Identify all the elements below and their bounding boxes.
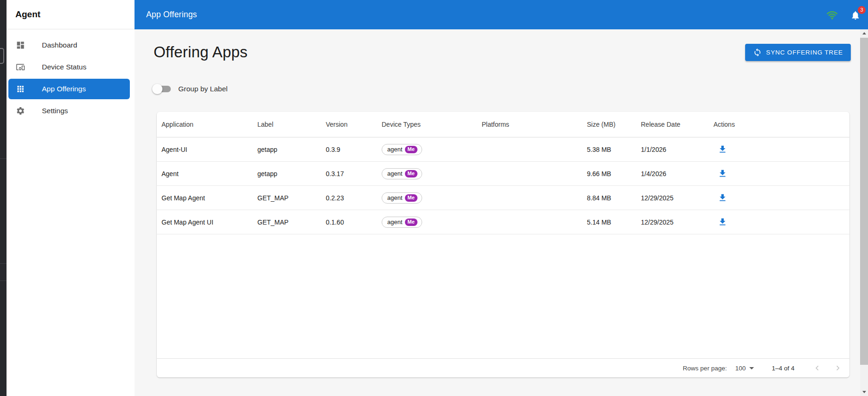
download-icon [718, 169, 727, 178]
page-title: Offering Apps [154, 43, 248, 61]
chevron-left-icon [813, 363, 822, 373]
cell-application: Agent-UI [161, 146, 257, 153]
chevron-right-icon [833, 363, 842, 373]
device-type-chip: agentMe [382, 217, 422, 228]
cell-actions [713, 166, 849, 182]
dashboard-icon [16, 41, 25, 50]
cell-size: 8.84 MB [587, 194, 641, 202]
scrollbar-up-arrow[interactable] [860, 29, 868, 37]
cell-label: getapp [257, 146, 326, 153]
device-type-name: agent [387, 170, 403, 177]
app-title: Agent [15, 9, 40, 20]
me-badge: Me [405, 146, 417, 153]
column-header-actions: Actions [713, 121, 849, 128]
sidebar-header: Agent [7, 0, 135, 29]
table-empty-area [157, 234, 849, 358]
column-header-label: Label [257, 121, 326, 128]
cell-label: GET_MAP [257, 194, 326, 202]
group-by-label-text: Group by Label [178, 85, 228, 93]
wifi-status-icon [826, 9, 838, 21]
appbar: App Offerings 3 [135, 0, 868, 29]
pagination-bar: Rows per page: 100 1–4 of 4 [157, 358, 849, 377]
sidebar-item-app-offerings[interactable]: App Offerings [8, 79, 130, 99]
cell-version: 0.2.23 [326, 194, 382, 202]
browser-side-strip [0, 0, 7, 396]
sidebar-item-label: Dashboard [42, 41, 77, 49]
cell-actions [713, 142, 849, 157]
rows-per-page-select[interactable]: 100 [735, 365, 754, 372]
cell-version: 0.3.17 [326, 170, 382, 178]
rows-per-page-label: Rows per page: [683, 365, 727, 372]
download-button[interactable] [714, 166, 730, 182]
sync-offering-tree-button[interactable]: SYNC OFFERING TREE [745, 44, 851, 61]
vertical-scrollbar[interactable] [860, 29, 868, 396]
column-header-platforms: Platforms [482, 121, 587, 128]
cell-size: 5.38 MB [587, 146, 641, 153]
column-header-size: Size (MB) [587, 121, 641, 128]
next-page-button[interactable] [831, 361, 845, 375]
cell-actions [713, 190, 849, 206]
table-header-row: Application Label Version Device Types P… [157, 112, 849, 137]
pagination-range: 1–4 of 4 [772, 365, 794, 372]
table-row: Agent getapp 0.3.17 agentMe 9.66 MB 1/4/… [157, 162, 849, 186]
previous-page-button[interactable] [810, 361, 824, 375]
scrollbar-thumb[interactable] [860, 38, 868, 365]
table-row: Agent-UI getapp 0.3.9 agentMe 5.38 MB 1/… [157, 137, 849, 162]
sync-button-label: SYNC OFFERING TREE [766, 49, 843, 56]
table-body: Agent-UI getapp 0.3.9 agentMe 5.38 MB 1/… [157, 137, 849, 234]
appbar-title: App Offerings [146, 10, 197, 20]
me-badge: Me [405, 170, 417, 178]
sidebar-item-device-status[interactable]: Device Status [8, 57, 130, 77]
cell-release-date: 1/1/2026 [641, 146, 713, 153]
sidebar-nav: Dashboard Device Status App Offerings Se… [7, 29, 135, 121]
table-row: Get Map Agent GET_MAP 0.2.23 agentMe 8.8… [157, 186, 849, 210]
cell-version: 0.3.9 [326, 146, 382, 153]
cell-size: 5.14 MB [587, 218, 641, 226]
device-type-chip: agentMe [382, 144, 422, 155]
sidebar-item-label: Device Status [42, 63, 87, 71]
cell-application: Get Map Agent [161, 194, 257, 202]
device-type-chip: agentMe [382, 168, 422, 179]
column-header-application: Application [161, 121, 257, 128]
device-type-chip: agentMe [382, 192, 422, 204]
download-icon [718, 144, 727, 154]
strip-divider [0, 158, 7, 159]
download-button[interactable] [714, 142, 730, 157]
notification-count-badge: 3 [858, 6, 866, 14]
me-badge: Me [405, 194, 417, 202]
cell-label: getapp [257, 170, 326, 178]
column-header-release-date: Release Date [641, 121, 713, 128]
device-type-name: agent [387, 194, 403, 201]
cell-size: 9.66 MB [587, 170, 641, 178]
sidebar-item-dashboard[interactable]: Dashboard [8, 35, 130, 55]
cell-device-types: agentMe [382, 144, 482, 155]
cell-device-types: agentMe [382, 168, 482, 179]
cell-release-date: 12/29/2025 [641, 218, 713, 226]
rows-per-page-value: 100 [735, 365, 746, 372]
me-badge: Me [405, 218, 417, 226]
gear-icon [16, 106, 25, 116]
cell-actions [713, 214, 849, 230]
apps-grid-icon [16, 84, 25, 94]
table-row: Get Map Agent UI GET_MAP 0.1.60 agentMe … [157, 210, 849, 234]
main-content: Offering Apps SYNC OFFERING TREE Group b… [135, 29, 860, 396]
cell-version: 0.1.60 [326, 218, 382, 226]
sync-icon [753, 48, 762, 57]
sidebar: Agent Dashboard Device Status App Offeri… [7, 0, 135, 396]
sidebar-item-settings[interactable]: Settings [8, 101, 130, 121]
notifications-button[interactable]: 3 [850, 9, 861, 21]
chevron-down-icon [749, 367, 754, 369]
sidebar-item-label: Settings [42, 107, 68, 115]
column-header-device-types: Device Types [382, 121, 482, 128]
side-panel-handle[interactable] [0, 48, 4, 64]
download-button[interactable] [714, 214, 730, 230]
cell-label: GET_MAP [257, 218, 326, 226]
download-button[interactable] [714, 190, 730, 206]
scrollbar-down-arrow[interactable] [860, 388, 868, 396]
appbar-actions: 3 [826, 9, 861, 21]
group-by-label-toggle[interactable] [152, 83, 173, 95]
strip-divider [0, 280, 7, 281]
cell-device-types: agentMe [382, 192, 482, 204]
cell-device-types: agentMe [382, 217, 482, 228]
toggle-thumb [152, 84, 162, 94]
